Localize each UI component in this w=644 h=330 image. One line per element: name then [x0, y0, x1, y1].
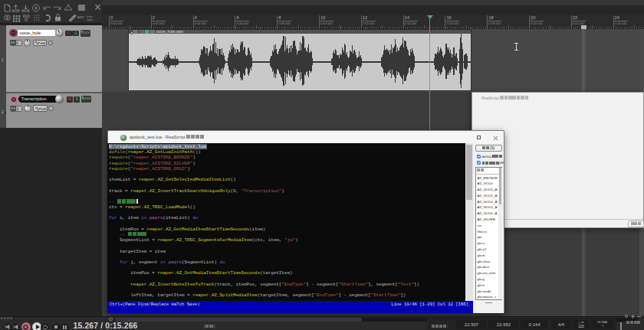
svg-text:dB: dB — [42, 107, 46, 111]
svg-text:dB: dB — [42, 41, 46, 45]
